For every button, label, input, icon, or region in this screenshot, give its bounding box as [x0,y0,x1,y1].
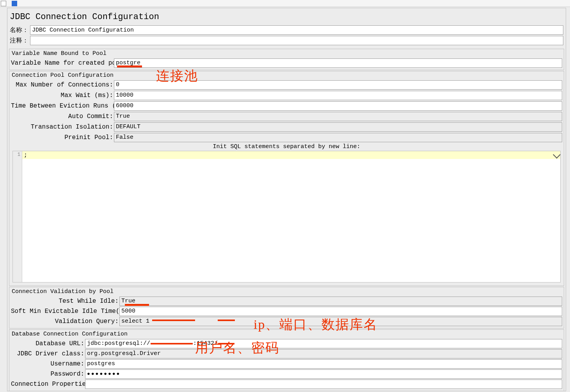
page-title: JDBC Connection Configuration [7,8,566,24]
save-icon [12,1,17,6]
user-input[interactable] [85,359,562,369]
tx-iso-label: Transaction Isolation: [11,124,114,131]
var-name-label: Variable Name for created pool: [11,60,114,67]
top-form: 名称： 注释： [7,24,566,49]
max-wait-input[interactable] [114,91,562,100]
time-between-input[interactable] [114,101,562,111]
comment-label: 注释： [10,37,30,45]
conn-pool-group: Connection Pool Configuration Max Number… [9,71,564,286]
props-label: Connection Properties: [11,381,85,388]
init-sql-label: Init SQL statements separated by new lin… [11,143,562,151]
sql-line-no: 1 [18,152,20,157]
props-input[interactable] [85,380,562,389]
db-url-label: Database URL: [11,340,85,347]
db-title: Database Connection Configuration [11,331,128,337]
driver-select[interactable]: org.postgresql.Driver [85,349,562,358]
test-idle-select[interactable]: True [119,297,562,306]
db-group: Database Connection Configuration Databa… [9,329,564,391]
driver-label: JDBC Driver class: [11,350,85,357]
auto-commit-select[interactable]: True [114,112,562,121]
name-input[interactable] [30,25,563,35]
comment-input[interactable] [30,36,563,45]
max-conn-input[interactable] [114,80,562,90]
validation-title: Connection Validation by Pool [11,288,114,295]
time-between-label: Time Between Eviction Runs (ms): [11,102,114,109]
sql-code[interactable]: ; [22,151,560,282]
val-query-label: Validation Query: [11,318,119,325]
sql-gutter: 1 [13,151,22,282]
conn-pool-title: Connection Pool Configuration [11,72,562,79]
init-sql-editor[interactable]: 1 ; [12,151,561,283]
config-panel: JDBC Connection Configuration 名称： 注释： Va… [7,8,566,391]
var-name-input[interactable] [114,58,562,68]
tx-iso-select[interactable]: DEFAULT [114,122,562,132]
max-conn-label: Max Number of Connections: [11,81,114,88]
new-icon [1,1,6,6]
validation-group: Connection Validation by Pool Test While… [9,287,564,328]
pwd-input[interactable]: ●●●●●●●● [85,369,562,379]
var-pool-group: Variable Name Bound to Pool Variable Nam… [9,49,564,70]
auto-commit-label: Auto Commit: [11,113,114,120]
var-pool-title: Variable Name Bound to Pool [11,50,107,57]
max-wait-label: Max Wait (ms): [11,92,114,99]
name-label: 名称： [10,26,30,34]
test-idle-label: Test While Idle: [11,298,119,305]
val-query-select[interactable]: select 1 [119,317,562,326]
soft-min-label: Soft Min Evictable Idle Time(ms): [11,308,119,315]
preinit-select[interactable]: False [114,133,562,142]
toolbar-stub [0,0,570,7]
pwd-label: Password: [11,371,85,378]
preinit-label: Preinit Pool: [11,134,114,141]
user-label: Username: [11,360,85,367]
db-url-input[interactable]: jdbc:postgresql://:15432/ [85,339,562,348]
soft-min-input[interactable] [119,307,562,316]
